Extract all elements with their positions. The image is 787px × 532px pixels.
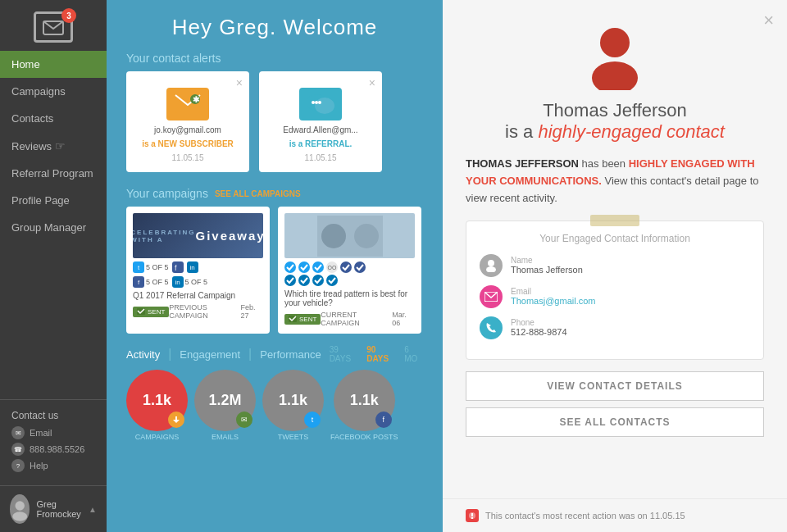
svg-point-9 bbox=[315, 101, 318, 104]
chat-icon bbox=[299, 88, 342, 120]
activity-header: Activity | Engagement | Performance 39 D… bbox=[126, 345, 423, 363]
filter-90days[interactable]: 90 DAYS bbox=[366, 345, 398, 363]
campaign2-footer: SENT CURRENT CAMPAIGN Mar. 06 bbox=[284, 311, 415, 327]
filter-39days[interactable]: 39 DAYS bbox=[330, 345, 361, 363]
svg-text:✱: ✱ bbox=[193, 95, 200, 104]
campaign2-img bbox=[284, 213, 415, 258]
li-check4-icon bbox=[326, 275, 338, 286]
campaign1-name: Q1 2017 Referral Campaign bbox=[133, 291, 263, 300]
view-contact-details-button[interactable]: VIEW CONTACT DETAILS bbox=[466, 371, 764, 401]
li-check2-icon bbox=[298, 275, 310, 286]
svg-point-14 bbox=[321, 224, 346, 248]
svg-point-2 bbox=[12, 512, 27, 521]
email-icon: ✉ bbox=[11, 426, 25, 439]
sidebar-item-home[interactable]: Home bbox=[0, 51, 107, 78]
metric-tweets: 1.1k t bbox=[262, 370, 324, 431]
metrics-row: 1.1k CAMPAIGNS 1.2M ✉ EMAILS 1.1k t bbox=[126, 370, 423, 441]
main-content: Hey Greg. Welcome Your contact alerts × … bbox=[107, 0, 443, 532]
svg-point-18 bbox=[592, 61, 638, 90]
cursor-icon: ☞ bbox=[55, 139, 66, 152]
info-name-value: Thomas Jefferson bbox=[511, 265, 583, 275]
tab-performance[interactable]: Performance bbox=[260, 348, 321, 361]
panel-footer: This contact's most recent action was on… bbox=[443, 498, 787, 532]
panel-contact-name: Thomas Jefferson bbox=[543, 100, 687, 121]
email-info-icon bbox=[480, 285, 503, 308]
fb-check2-icon bbox=[354, 261, 366, 273]
campaigns-row: CELEBRATING WITH A Giveaway t5 OF 5 f in… bbox=[126, 207, 423, 334]
sent-badge-1: SENT bbox=[133, 307, 169, 317]
svg-point-8 bbox=[312, 101, 315, 104]
right-panel: × Thomas Jefferson is a highly-engaged c… bbox=[443, 0, 787, 532]
svg-text:f: f bbox=[175, 264, 177, 272]
info-row-email: Email Thomasj@gmail.com bbox=[480, 285, 750, 308]
sidebar-item-profile[interactable]: Profile Page bbox=[0, 187, 107, 214]
sidebar-contact: Contact us ✉ Email ☎ 888.988.5526 ? Help bbox=[0, 399, 107, 485]
sidebar-user[interactable]: Greg Fromockey ▲ bbox=[0, 485, 107, 532]
contact-help-row[interactable]: ? Help bbox=[11, 459, 95, 472]
tab-activity[interactable]: Activity bbox=[126, 348, 160, 361]
campaigns-header: Your campaigns SEE ALL CAMPAIGNS bbox=[126, 187, 423, 200]
campaign-card-2[interactable]: OO Which tire tread pattern is best for … bbox=[278, 207, 421, 334]
panel-engaged-line: is a highly-engaged contact bbox=[505, 121, 725, 143]
alert-card-2[interactable]: × Edward.Allen@gm... is a REFERRAL. 11.0… bbox=[259, 71, 382, 172]
contact-email-row[interactable]: ✉ Email bbox=[11, 426, 95, 439]
panel-avatar-section: Thomas Jefferson is a highly-engaged con… bbox=[443, 0, 787, 156]
campaign-card-1[interactable]: CELEBRATING WITH A Giveaway t5 OF 5 f in… bbox=[126, 207, 270, 334]
contact-alerts-label: Your contact alerts bbox=[107, 48, 443, 71]
contact-info-card: Your Engaged Contact Information Name Th… bbox=[466, 221, 764, 360]
sidebar-item-groupmanager[interactable]: Group Manager bbox=[0, 214, 107, 241]
logo-badge: 3 bbox=[61, 8, 76, 23]
info-email-value[interactable]: Thomasj@gmail.com bbox=[511, 296, 595, 306]
logo-icon: 3 bbox=[34, 11, 73, 43]
see-all-campaigns[interactable]: SEE ALL CAMPAIGNS bbox=[215, 189, 301, 198]
tape-strip bbox=[590, 215, 639, 226]
help-icon: ? bbox=[11, 459, 25, 472]
alert-close-1[interactable]: × bbox=[236, 76, 243, 89]
campaign2-stats-row2 bbox=[284, 275, 415, 286]
alert1-status: is a NEW SUBSCRIBER bbox=[142, 139, 234, 148]
li-check3-icon bbox=[312, 275, 324, 286]
svg-point-20 bbox=[486, 266, 496, 272]
campaigns-badge bbox=[168, 412, 184, 428]
alert-close-2[interactable]: × bbox=[369, 76, 375, 89]
filter-6mo[interactable]: 6 MO bbox=[404, 345, 423, 363]
envelope-icon: ✱ bbox=[166, 88, 209, 120]
tw-check3-icon bbox=[312, 261, 324, 273]
alert2-status: is a REFERRAL. bbox=[289, 139, 353, 148]
status-icon bbox=[466, 509, 479, 522]
campaign1-stats: t5 OF 5 f in bbox=[133, 261, 263, 273]
contact-avatar bbox=[582, 25, 648, 90]
panel-close-button[interactable]: × bbox=[763, 10, 774, 31]
user-avatar bbox=[10, 494, 30, 524]
tw-check-icon bbox=[284, 261, 296, 273]
contact-phone-row[interactable]: ☎ 888.988.5526 bbox=[11, 443, 95, 456]
welcome-header: Hey Greg. Welcome bbox=[107, 0, 443, 48]
fb-check-icon bbox=[340, 261, 352, 273]
info-row-phone: Phone 512-888-9874 bbox=[480, 316, 750, 339]
alert-card-1[interactable]: × ✱ jo.koy@gmail.com is a NEW SUBSCRIBER… bbox=[126, 71, 249, 172]
alert2-email: Edward.Allen@gm... bbox=[283, 125, 357, 134]
footer-status-text: This contact's most recent action was on… bbox=[485, 511, 685, 521]
activity-section: Activity | Engagement | Performance 39 D… bbox=[107, 340, 443, 441]
sidebar-item-reviews[interactable]: Reviews ☞ bbox=[0, 132, 107, 160]
alerts-row: × ✱ jo.koy@gmail.com is a NEW SUBSCRIBER… bbox=[107, 71, 443, 182]
campaign1-footer: SENT PREVIOUS CAMPAIGN Feb. 27 bbox=[133, 303, 263, 320]
tab-engagement[interactable]: Engagement bbox=[180, 348, 240, 361]
engaged-description: THOMAS JEFFERSON has been HIGHLY ENGAGED… bbox=[466, 156, 764, 207]
sidebar-logo: 3 bbox=[0, 0, 107, 51]
campaigns-section: Your campaigns SEE ALL CAMPAIGNS CELEBRA… bbox=[107, 182, 443, 340]
sidebar-item-campaigns[interactable]: Campaigns bbox=[0, 78, 107, 105]
metric-emails: 1.2M ✉ bbox=[194, 370, 256, 431]
li-check-icon bbox=[284, 275, 296, 286]
sidebar-item-referral[interactable]: Referral Program bbox=[0, 160, 107, 187]
emails-icon: ✉ bbox=[236, 412, 252, 428]
info-phone-value: 512-888-9874 bbox=[511, 327, 567, 337]
see-all-contacts-button[interactable]: SEE ALL CONTACTS bbox=[466, 407, 764, 437]
sidebar-nav: Home Campaigns Contacts Reviews ☞ Referr… bbox=[0, 51, 107, 399]
svg-rect-24 bbox=[471, 517, 473, 519]
engaged-highlight: highly-engaged contact bbox=[538, 121, 725, 142]
svg-point-10 bbox=[318, 101, 321, 104]
metric-campaigns: 1.1k bbox=[126, 370, 188, 431]
sidebar-item-contacts[interactable]: Contacts bbox=[0, 105, 107, 132]
facebook-check-icon: f bbox=[172, 261, 184, 273]
